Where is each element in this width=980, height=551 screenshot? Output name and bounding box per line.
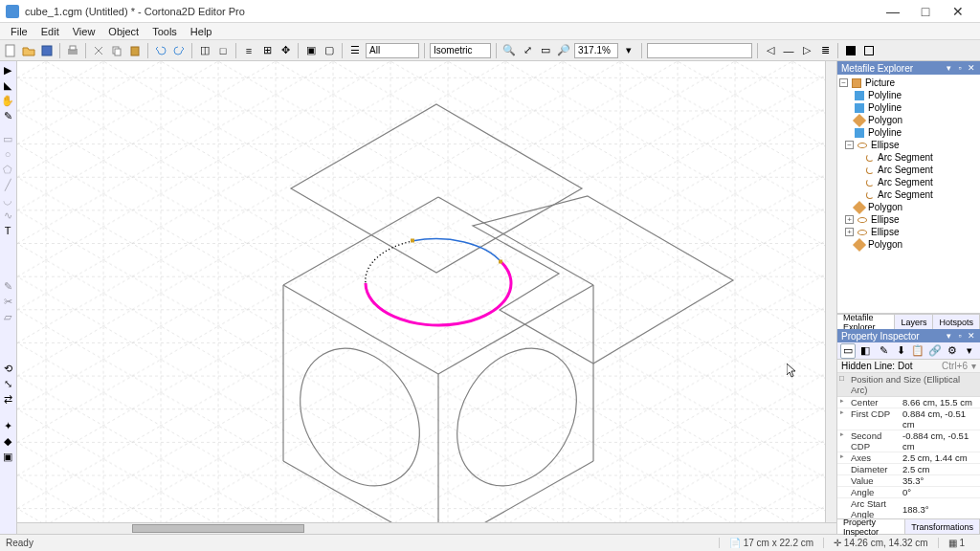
select-tool-icon[interactable]: ▶ bbox=[1, 63, 14, 77]
insp-sel-icon[interactable]: ◧ bbox=[858, 343, 873, 359]
zoom-in-icon[interactable]: 🔍 bbox=[501, 43, 517, 58]
curve-tool-icon[interactable]: ∿ bbox=[1, 209, 14, 222]
tab-transformations[interactable]: Transformations bbox=[905, 519, 980, 534]
menu-view[interactable]: View bbox=[66, 25, 102, 38]
menu-edit[interactable]: Edit bbox=[34, 25, 66, 38]
panel-pin-icon[interactable]: ▾ bbox=[944, 331, 953, 341]
style-select[interactable] bbox=[647, 43, 752, 58]
eyedropper-icon[interactable]: ✎ bbox=[1, 279, 14, 293]
align-icon[interactable]: ≡ bbox=[241, 43, 256, 58]
tree-item[interactable]: Ellipse bbox=[871, 140, 899, 150]
prop-axes-v[interactable]: 2.5 cm, 1.44 cm bbox=[899, 452, 980, 463]
insp-copy-icon[interactable]: 📋 bbox=[911, 343, 926, 359]
fill-icon[interactable]: ▣ bbox=[1, 450, 14, 463]
panel-pin-icon[interactable]: ▾ bbox=[944, 63, 953, 73]
ellipse-tool-icon[interactable]: ○ bbox=[1, 147, 14, 161]
prop-value-v[interactable]: 35.3° bbox=[899, 475, 980, 486]
text-tool-icon[interactable]: T bbox=[1, 224, 14, 237]
cut-icon[interactable] bbox=[91, 43, 106, 58]
tab-property-inspector[interactable]: Property Inspector bbox=[837, 519, 905, 534]
rect-tool-icon[interactable]: ▭ bbox=[1, 132, 14, 145]
line-end-icon[interactable]: ▷ bbox=[799, 43, 814, 58]
paste-icon[interactable] bbox=[127, 43, 143, 58]
layers-icon[interactable]: ☰ bbox=[347, 43, 363, 58]
zoom-out-icon[interactable]: 🔎 bbox=[556, 43, 571, 58]
tree-item[interactable]: Polyline bbox=[868, 127, 902, 138]
line-start-icon[interactable]: ◁ bbox=[763, 43, 778, 58]
snap-icon[interactable]: ⊞ bbox=[259, 43, 275, 58]
tree-item[interactable]: Polygon bbox=[868, 115, 902, 125]
tree-item[interactable]: Arc Segment bbox=[878, 152, 933, 163]
tree-expand-icon[interactable]: − bbox=[839, 78, 848, 87]
prop-arcstart-v[interactable]: 188.3° bbox=[899, 498, 980, 518]
copy-icon[interactable] bbox=[109, 43, 124, 58]
tab-layers[interactable]: Layers bbox=[895, 315, 933, 329]
shape-icon[interactable]: ◆ bbox=[1, 434, 14, 448]
tree-item[interactable]: Ellipse bbox=[871, 214, 899, 225]
canvas-scroll-v[interactable] bbox=[825, 61, 836, 522]
polygon-tool-icon[interactable]: ⬠ bbox=[1, 163, 14, 176]
back-icon[interactable]: ▢ bbox=[322, 43, 337, 58]
fill-color-icon[interactable] bbox=[843, 43, 858, 58]
arc-tool-icon[interactable]: ◡ bbox=[1, 193, 14, 207]
tree-item[interactable]: Polyline bbox=[868, 102, 902, 113]
menu-file[interactable]: File bbox=[4, 25, 34, 38]
close-button[interactable]: ✕ bbox=[942, 1, 974, 22]
panel-min-icon[interactable]: ▫ bbox=[955, 331, 965, 341]
tree-item[interactable]: Arc Segment bbox=[878, 165, 933, 175]
prop-secondcdp-v[interactable]: -0.884 cm, -0.51 cm bbox=[899, 430, 980, 452]
pen-tool-icon[interactable]: ✎ bbox=[1, 109, 14, 122]
canvas-scroll-h[interactable] bbox=[17, 522, 836, 534]
tree-item[interactable]: Polyline bbox=[868, 90, 902, 100]
rotate-icon[interactable]: ⟲ bbox=[1, 362, 14, 375]
panel-min-icon[interactable]: ▫ bbox=[955, 63, 965, 73]
open-icon[interactable] bbox=[21, 43, 36, 58]
undo-icon[interactable] bbox=[153, 43, 168, 58]
insp-gear-icon[interactable]: ⚙ bbox=[945, 343, 960, 359]
tab-hotspots[interactable]: Hotspots bbox=[933, 315, 980, 329]
view-select[interactable] bbox=[430, 43, 491, 58]
tree-expand-icon[interactable]: + bbox=[845, 228, 854, 236]
minimize-button[interactable]: — bbox=[877, 1, 909, 22]
hand-tool-icon[interactable]: ✋ bbox=[1, 94, 14, 107]
scale-icon[interactable]: ⤡ bbox=[1, 377, 14, 390]
menu-tools[interactable]: Tools bbox=[145, 25, 184, 38]
panel-close-icon[interactable]: ✕ bbox=[967, 63, 976, 73]
eraser-icon[interactable]: ▱ bbox=[1, 310, 14, 323]
menu-help[interactable]: Help bbox=[184, 25, 219, 38]
menu-object[interactable]: Object bbox=[101, 25, 145, 38]
insp-apply-icon[interactable]: ⬇ bbox=[894, 343, 909, 359]
insp-obj-icon[interactable]: ▭ bbox=[840, 343, 856, 359]
line-weight-icon[interactable]: ≣ bbox=[817, 43, 833, 58]
layer-select[interactable] bbox=[366, 43, 419, 58]
stroke-color-icon[interactable] bbox=[861, 43, 877, 58]
insp-more-icon[interactable]: ▾ bbox=[962, 343, 977, 359]
print-icon[interactable] bbox=[65, 43, 80, 58]
line-style-icon[interactable]: — bbox=[781, 43, 796, 58]
save-icon[interactable] bbox=[39, 43, 55, 58]
front-icon[interactable]: ▣ bbox=[303, 43, 319, 58]
knife-icon[interactable]: ✂ bbox=[1, 295, 14, 308]
panel-close-icon[interactable]: ✕ bbox=[967, 331, 976, 341]
tree-item[interactable]: Polygon bbox=[868, 239, 902, 250]
prop-angle-v[interactable]: 0° bbox=[899, 487, 980, 497]
tree-item[interactable]: Polygon bbox=[868, 202, 902, 212]
tree-root[interactable]: Picture bbox=[865, 77, 895, 88]
tree-item[interactable]: Arc Segment bbox=[878, 177, 933, 187]
zoom-window-icon[interactable]: ▭ bbox=[538, 43, 553, 58]
tree-expand-icon[interactable]: − bbox=[845, 141, 854, 149]
tree-item[interactable]: Arc Segment bbox=[878, 189, 933, 200]
node-edit-icon[interactable]: ✦ bbox=[1, 419, 14, 432]
zoom-input[interactable] bbox=[574, 43, 618, 58]
tab-metafile-explorer[interactable]: Metafile Explorer bbox=[837, 315, 895, 329]
zoom-dropdown-icon[interactable]: ▾ bbox=[621, 43, 636, 58]
maximize-button[interactable]: □ bbox=[909, 1, 942, 22]
group-icon[interactable]: ◫ bbox=[197, 43, 212, 58]
prop-diameter-v[interactable]: 2.5 cm bbox=[899, 464, 980, 474]
ungroup-icon[interactable]: □ bbox=[215, 43, 231, 58]
direct-select-icon[interactable]: ◣ bbox=[1, 78, 14, 92]
prop-firstcdp-v[interactable]: 0.884 cm, -0.51 cm bbox=[899, 408, 980, 430]
canvas[interactable] bbox=[17, 61, 836, 534]
line-tool-icon[interactable]: ╱ bbox=[1, 178, 14, 191]
prop-center-v[interactable]: 8.66 cm, 15.5 cm bbox=[899, 397, 980, 408]
